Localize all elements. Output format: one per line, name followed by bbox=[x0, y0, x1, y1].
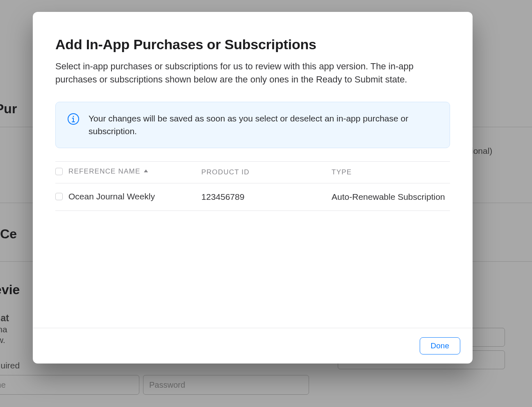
sort-ascending-icon bbox=[144, 169, 148, 172]
select-all-checkbox[interactable] bbox=[55, 168, 63, 175]
svg-point-1 bbox=[73, 116, 74, 117]
modal-body: Add In-App Purchases or Subscriptions Se… bbox=[33, 12, 473, 328]
row-type: Auto-Renewable Subscription bbox=[332, 183, 450, 210]
bg-signin-line1: a user na bbox=[0, 325, 7, 334]
bg-password-placeholder: Password bbox=[149, 380, 185, 390]
bg-username-input[interactable]: ame bbox=[0, 375, 139, 395]
info-banner: Your changes will be saved as soon as yo… bbox=[55, 102, 450, 148]
row-reference-name: Ocean Journal Weekly bbox=[68, 192, 155, 201]
bg-signin-line2: o review. bbox=[0, 335, 5, 345]
row-checkbox[interactable] bbox=[55, 193, 63, 200]
modal-title: Add In-App Purchases or Subscriptions bbox=[55, 37, 450, 53]
col-type[interactable]: Type bbox=[332, 161, 450, 183]
col-type-label: Type bbox=[332, 168, 352, 176]
info-banner-text: Your changes will be saved as soon as yo… bbox=[89, 112, 438, 138]
bg-signin-required: -in required bbox=[0, 361, 20, 370]
bg-username-placeholder: ame bbox=[0, 380, 6, 390]
bg-gamecenter-heading: me Ce bbox=[0, 226, 17, 242]
bg-appreview-heading: Revie bbox=[0, 282, 20, 297]
bg-optional-label: ional) bbox=[471, 146, 492, 156]
iap-modal: Add In-App Purchases or Subscriptions Se… bbox=[33, 12, 473, 364]
iap-table: Reference Name Product ID Type bbox=[55, 161, 450, 211]
col-product-id[interactable]: Product ID bbox=[201, 161, 332, 183]
table-row[interactable]: Ocean Journal Weekly 123456789 Auto-Rene… bbox=[55, 183, 450, 210]
bg-password-input[interactable]: Password bbox=[143, 375, 309, 395]
bg-iap-heading: pp Pur bbox=[0, 101, 17, 117]
modal-footer: Done bbox=[33, 328, 473, 364]
done-button[interactable]: Done bbox=[420, 337, 460, 354]
col-product-id-label: Product ID bbox=[201, 168, 249, 176]
modal-description: Select in-app purchases or subscriptions… bbox=[55, 60, 450, 86]
row-product-id: 123456789 bbox=[201, 183, 332, 210]
bg-signin-heading: Informat bbox=[0, 313, 9, 324]
info-icon bbox=[67, 113, 80, 125]
table-header-row: Reference Name Product ID Type bbox=[55, 161, 450, 183]
col-reference-name-label: Reference Name bbox=[68, 167, 141, 176]
col-reference-name[interactable]: Reference Name bbox=[55, 161, 201, 183]
